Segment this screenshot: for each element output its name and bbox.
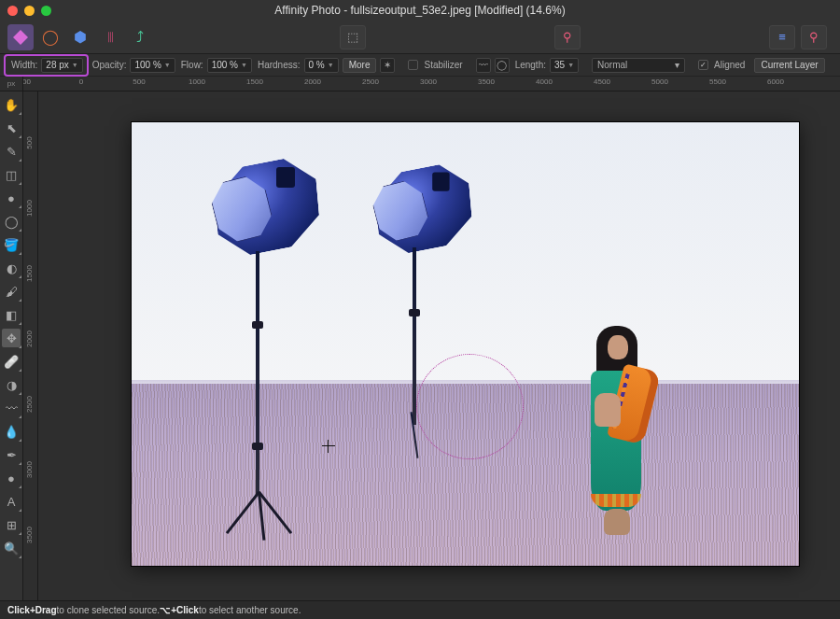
persona-toolbar: ◯ ⬢ ⫴ ⤴ ⬚ ⚲ ≡ ⚲	[0, 21, 840, 54]
ruler-tick: 5000	[651, 77, 668, 86]
opacity-label: Opacity:	[92, 60, 127, 70]
ruler-tick: 2500	[362, 77, 379, 86]
alignment-button[interactable]: ≡	[769, 25, 795, 49]
ruler-tick: 3500	[478, 77, 495, 86]
ruler-tick: -500	[23, 77, 31, 86]
ruler-tick: 1000	[25, 200, 34, 217]
persona-photo[interactable]	[7, 24, 34, 50]
status-hint-key-1: Click+Drag	[7, 605, 57, 615]
stabilizer-checkbox[interactable]	[408, 60, 418, 70]
status-hint-key-2: ⌥+Click	[160, 605, 199, 615]
ruler-tick: 0	[79, 77, 83, 86]
length-field[interactable]: 35▼	[550, 58, 579, 73]
snapping-button[interactable]: ⚲	[554, 25, 581, 49]
inpainting-tool[interactable]: 🩹	[2, 352, 21, 371]
brush-panel-icon[interactable]: ✶	[380, 58, 395, 73]
flow-label: Flow:	[181, 60, 203, 70]
tool-strip: ✋⬉✎◫●◯🪣◐🖌◧✥🩹◑〰💧✒●A⊞🔍	[0, 91, 23, 600]
text-tool[interactable]: A	[2, 492, 21, 511]
minimize-window-button[interactable]	[24, 6, 35, 16]
ruler-tick: 2000	[25, 331, 34, 347]
ruler-tick: 3500	[25, 527, 34, 543]
ruler-tick: 4000	[536, 77, 553, 86]
zoom-window-button[interactable]	[41, 6, 51, 16]
clone-tool[interactable]: ✥	[2, 329, 21, 347]
ruler-tick: 2500	[25, 396, 34, 413]
source-select[interactable]: Current Layer	[754, 58, 824, 73]
mesh-warp-tool[interactable]: ⊞	[2, 515, 21, 534]
aligned-checkbox[interactable]: ✓	[698, 60, 708, 70]
aligned-label: Aligned	[714, 60, 745, 70]
close-window-button[interactable]	[7, 6, 18, 16]
flood-fill-tool[interactable]: 🪣	[2, 235, 21, 254]
paint-brush-tool[interactable]: 🖌	[2, 282, 21, 301]
svg-marker-0	[13, 30, 28, 45]
hardness-field[interactable]: 0 %▼	[304, 58, 339, 73]
marquee-tool[interactable]: ◯	[2, 212, 21, 231]
more-button[interactable]: More	[343, 58, 377, 73]
person	[574, 326, 658, 541]
window-controls	[0, 6, 51, 16]
selection-brush-tool[interactable]: ●	[2, 189, 21, 207]
ruler-tick: 1500	[25, 265, 34, 282]
ruler-tick: 1500	[246, 77, 263, 86]
crop-tool[interactable]: ◫	[2, 165, 21, 184]
softbox-light-1	[206, 158, 328, 260]
ruler-tick: 500	[133, 77, 145, 86]
gradient-tool[interactable]: ◐	[2, 259, 21, 277]
context-toolbar: Width: 28 px▼ Opacity: 100 %▼ Flow: 100 …	[0, 54, 840, 77]
document-canvas[interactable]	[132, 122, 799, 566]
window-stabilizer-icon[interactable]: ◯	[495, 58, 510, 73]
ruler-tick: 2000	[304, 77, 321, 86]
shape-tool[interactable]: ●	[2, 469, 21, 487]
status-bar: Click+Drag to clone selected source. ⌥+C…	[0, 600, 840, 619]
ruler-tick: 3000	[25, 461, 34, 478]
clone-brush-cursor	[416, 354, 524, 459]
width-label: Width:	[11, 60, 37, 70]
titlebar: Affinity Photo - fullsizeoutput_53e2.jpe…	[0, 0, 840, 21]
force-pixel-alignment-button[interactable]: ⚲	[801, 25, 827, 49]
length-label: Length:	[515, 60, 546, 70]
hand-tool[interactable]: ✋	[2, 95, 21, 114]
flow-field[interactable]: 100 %▼	[207, 58, 252, 73]
ruler-tick: 6000	[767, 77, 784, 86]
persona-tonemap[interactable]: ⫴	[97, 24, 123, 50]
ruler-tick: 500	[25, 136, 34, 148]
pen-tool[interactable]: ✒	[2, 445, 21, 464]
selection-mode-button[interactable]: ⬚	[340, 25, 366, 49]
ruler-tick: 1000	[189, 77, 205, 86]
clone-source-crosshair	[322, 440, 335, 453]
ruler-unit: px	[0, 77, 23, 91]
canvas-area[interactable]	[38, 91, 840, 600]
ruler-left: 500100015002000250030003500	[23, 91, 38, 600]
dodge-tool[interactable]: ◑	[2, 375, 21, 394]
opacity-field[interactable]: 100 %▼	[130, 58, 175, 73]
ruler-tick: 5500	[709, 77, 726, 86]
rope-stabilizer-icon[interactable]: 〰	[476, 58, 491, 73]
stabilizer-label: Stabilizer	[424, 60, 462, 70]
persona-liquify[interactable]: ◯	[37, 24, 63, 50]
color-picker-tool[interactable]: ✎	[2, 142, 21, 161]
softbox-light-2	[363, 160, 484, 262]
hardness-label: Hardness:	[258, 60, 301, 70]
window-title: Affinity Photo - fullsizeoutput_53e2.jpe…	[0, 4, 840, 17]
ruler-tick: 3000	[420, 77, 437, 86]
erase-tool[interactable]: ◧	[2, 305, 21, 324]
persona-develop[interactable]: ⬢	[67, 24, 93, 50]
smudge-tool[interactable]: 〰	[2, 399, 21, 417]
blur-tool[interactable]: 💧	[2, 422, 21, 441]
persona-export[interactable]: ⤴	[127, 24, 153, 50]
ruler-tick: 4500	[594, 77, 610, 86]
move-tool[interactable]: ⬉	[2, 119, 21, 137]
zoom-tool[interactable]: 🔍	[2, 539, 21, 557]
width-field[interactable]: 28 px▼	[41, 58, 82, 73]
ruler-top: px -500050010001500200025003000350040004…	[0, 77, 840, 91]
blend-mode-select[interactable]: Normal▾	[592, 58, 685, 73]
